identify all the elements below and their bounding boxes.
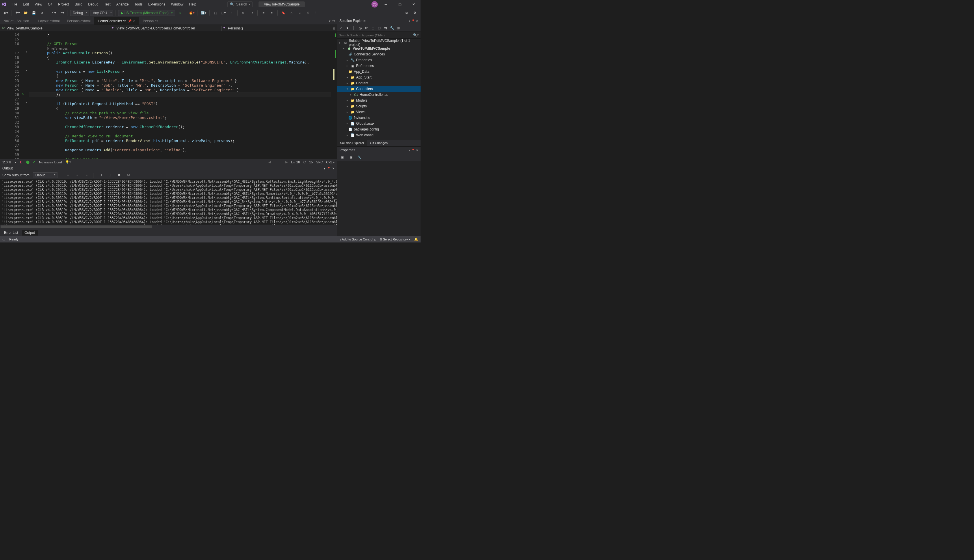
props-cat-button[interactable]: ⊞ [339,154,346,161]
fold-column[interactable]: ▾▾▾ [24,32,29,159]
browser-link-button[interactable]: 🔃▾ [200,10,207,17]
bookmark-prev-button[interactable]: ⬘ [288,10,295,17]
error-indicator-icon[interactable]: ◐ [20,160,23,164]
lightbulb-icon[interactable]: 💡▾ [65,160,71,164]
output-toggle1-button[interactable]: ⊟ [97,172,104,179]
tab-output[interactable]: Output [22,230,38,235]
tree-connected-services[interactable]: 🔗Connected Services [337,52,421,57]
sol-properties-button[interactable]: 🔧 [389,25,395,32]
open-button[interactable]: 📂 [22,10,29,17]
sol-showall-button[interactable]: ⊡ [376,25,382,32]
menu-project[interactable]: Project [56,1,71,8]
tree-content[interactable]: ▸📁Content [337,80,421,86]
redo-button[interactable]: ↷▾ [58,10,65,17]
nav-back-button[interactable]: ◉▾ [2,10,9,17]
menu-window[interactable]: Window [169,1,186,8]
bookmark-next-button[interactable]: ⬙ [296,10,303,17]
hot-reload-button[interactable]: 🔥▾ [188,10,195,17]
tabs-overflow-button[interactable]: ▾ [329,19,331,23]
issues-text[interactable]: No issues found [39,160,62,164]
solution-search[interactable]: 🔍▾ [337,32,421,39]
nav-split-button[interactable]: ⊞ [331,26,337,30]
menu-help[interactable]: Help [187,1,199,8]
sol-collapse-button[interactable]: ⇆ [383,25,389,32]
panel-dropdown-button[interactable]: ▾ [409,19,410,23]
props-pages-button[interactable]: 🔧 [356,154,363,161]
notifications-icon[interactable]: 🔔 [414,238,418,241]
tree-global-asax[interactable]: ▸📄Global.asax [337,121,421,127]
sol-sync-button[interactable]: ◎ [357,25,363,32]
tree-app-data[interactable]: 📁App_Data [337,69,421,75]
start-no-debug-button[interactable]: ▷ [177,10,184,17]
sol-home-button[interactable]: ⌂ [338,25,344,32]
output-dropdown-button[interactable]: ▾ [324,167,325,170]
step-out-button[interactable]: ⇤ [240,10,247,17]
config-dropdown[interactable]: Debug [70,10,89,16]
sol-refresh-button[interactable]: ⟳ [364,25,369,32]
line-ending[interactable]: CRLF [326,160,334,164]
code-editor[interactable]: 1415161718192021222324252627282930313233… [0,32,337,159]
menu-test[interactable]: Test [102,1,113,8]
output-toggle2-button[interactable]: ⊡ [107,172,114,179]
props-close-button[interactable]: ✕ [416,149,418,152]
tree-references[interactable]: ▸▣References [337,63,421,69]
menu-git[interactable]: Git [46,1,55,8]
tree-scripts[interactable]: ▸📁Scripts [337,103,421,109]
tree-homecontroller[interactable]: ▸C#HomeController.cs [337,92,421,98]
menu-build[interactable]: Build [72,1,85,8]
tree-models[interactable]: ▸📁Models [337,98,421,103]
tree-favicon[interactable]: 🌐favicon.ico [337,115,421,121]
add-source-control[interactable]: ↑ Add to Source Control ▴ [339,238,376,241]
feedback-button[interactable]: ⚙ [411,10,418,17]
select-repository[interactable]: ⧉ Select Repository ▴ [380,238,410,241]
close-button[interactable]: ✕ [408,0,419,9]
save-all-button[interactable]: 🗂 [38,10,45,17]
tree-packages-config[interactable]: 📄packages.config [337,127,421,132]
tb-icon-3[interactable]: ↕ [228,10,235,17]
toolbar-overflow-button[interactable]: ⋮ [312,10,319,17]
build-status-icon[interactable]: ⬤ [26,160,30,164]
tree-controllers[interactable]: ▾📁Controllers [337,86,421,92]
tree-solution-root[interactable]: ▸⧉Solution 'ViewToPdfMVCSample' (1 of 1 … [337,40,421,46]
sol-switch-button[interactable]: ▾ [344,25,350,32]
pin-icon[interactable]: 📌 [128,19,132,23]
indent-mode[interactable]: SPC [316,160,323,164]
output-wrap2-button[interactable]: ≡ [83,172,90,179]
panel-pin-button[interactable]: 📍 [411,19,415,23]
props-alpha-button[interactable]: ⊟ [347,154,354,161]
zoom-chevron-icon[interactable]: ▾ [15,161,16,164]
bookmark-clear-button[interactable]: ✖ [304,10,311,17]
menu-file[interactable]: File [9,1,19,8]
tab-homecontroller[interactable]: HomeController.cs📌✕ [94,17,139,25]
tb-icon-2[interactable]: ⬚▾ [220,10,227,17]
tab-solution-explorer[interactable]: Solution Explorer [337,140,367,147]
output-text[interactable]: 'iisexpress.exe' (CLR v4.0.30319: /LM/W3… [0,179,337,225]
output-scrollbar[interactable] [0,225,337,229]
sol-preview-button[interactable]: ⊞ [396,25,401,32]
tab-nuget[interactable]: NuGet - Solution [0,17,33,25]
tree-properties[interactable]: ▸🔧Properties [337,57,421,63]
run-button[interactable]: IIS Express (Microsoft Edge)▾ [118,10,175,16]
tab-layout[interactable]: _Layout.cshtml [33,17,63,25]
search-box[interactable]: 🔍 Search ▾ [227,2,253,7]
outdent-button[interactable]: ≡ [268,10,275,17]
output-close-button[interactable]: ✕ [332,167,334,170]
output-pin-button[interactable]: 📍 [327,167,331,170]
new-item-button[interactable]: ✚▾ [14,10,21,17]
step-over-button[interactable]: ⇥ [248,10,255,17]
menu-edit[interactable]: Edit [20,1,31,8]
menu-view[interactable]: View [32,1,45,8]
tree-app-start[interactable]: ▸📁App_Start [337,75,421,80]
nav-project-dropdown[interactable]: ViewToPdfMVCSample [0,26,110,31]
output-source-dropdown[interactable]: Debug [33,172,57,178]
bookmark-button[interactable]: 🔖 [280,10,287,17]
output-settings-button[interactable]: ⚙ [125,172,132,179]
nav-class-dropdown[interactable]: ViewToPdfMVCSample.Controllers.HomeContr… [110,26,221,31]
panel-close-button[interactable]: ✕ [416,19,418,23]
tabs-settings-button[interactable]: ✿ [332,19,335,23]
user-avatar[interactable]: CB [371,1,378,8]
close-icon[interactable]: ✕ [133,19,135,23]
properties-grid[interactable] [337,161,421,236]
undo-button[interactable]: ↶▾ [50,10,57,17]
menu-analyze[interactable]: Analyze [114,1,131,8]
